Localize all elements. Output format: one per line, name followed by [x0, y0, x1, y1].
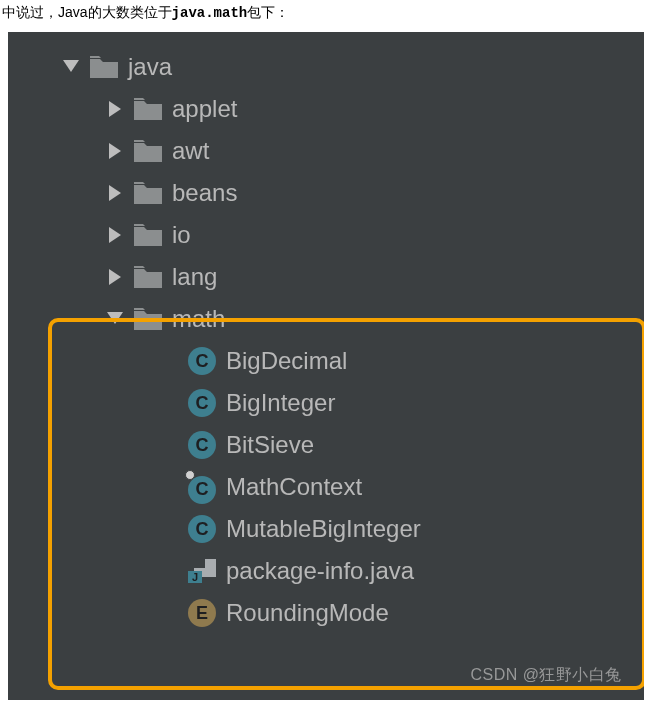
tree-label: MathContext	[226, 473, 362, 501]
folder-icon	[134, 224, 162, 246]
tree-node-mathcontext[interactable]: C MathContext	[8, 466, 644, 508]
folder-icon	[134, 140, 162, 162]
svg-marker-3	[109, 185, 121, 201]
tree-node-lang[interactable]: lang	[8, 256, 644, 298]
svg-marker-6	[107, 312, 123, 324]
tree-label: java	[128, 53, 172, 81]
class-icon: C	[188, 389, 216, 417]
tree-label: RoundingMode	[226, 599, 389, 627]
tree-node-awt[interactable]: awt	[8, 130, 644, 172]
tree-label: math	[172, 305, 225, 333]
expand-arrow-icon[interactable]	[106, 312, 124, 326]
watermark: CSDN @狂野小白兔	[470, 665, 622, 686]
svg-marker-5	[109, 269, 121, 285]
collapse-arrow-icon[interactable]	[106, 269, 124, 285]
tree-label: io	[172, 221, 191, 249]
tree-label: MutableBigInteger	[226, 515, 421, 543]
tree-node-applet[interactable]: applet	[8, 88, 644, 130]
svg-marker-2	[109, 143, 121, 159]
tree-node-bigdecimal[interactable]: C BigDecimal	[8, 340, 644, 382]
class-icon: C	[188, 473, 216, 501]
tree-node-roundingmode[interactable]: E RoundingMode	[8, 592, 644, 634]
tree-node-math[interactable]: math	[8, 298, 644, 340]
expand-arrow-icon[interactable]	[62, 60, 80, 74]
folder-icon	[134, 266, 162, 288]
tree-label: BitSieve	[226, 431, 314, 459]
svg-marker-4	[109, 227, 121, 243]
ide-panel: java applet awt beans	[8, 32, 644, 700]
intro-prefix: 中说过，Java的大数类位于	[2, 4, 172, 20]
tree-node-bitsieve[interactable]: C BitSieve	[8, 424, 644, 466]
tree-label: BigInteger	[226, 389, 335, 417]
final-marker-icon	[185, 470, 195, 480]
tree-label: lang	[172, 263, 217, 291]
svg-marker-0	[63, 60, 79, 72]
folder-icon	[134, 308, 162, 330]
tree-node-io[interactable]: io	[8, 214, 644, 256]
collapse-arrow-icon[interactable]	[106, 185, 124, 201]
collapse-arrow-icon[interactable]	[106, 101, 124, 117]
svg-text:J: J	[192, 571, 198, 583]
folder-icon	[134, 182, 162, 204]
class-icon: C	[188, 347, 216, 375]
tree-node-java[interactable]: java	[8, 46, 644, 88]
tree-node-packageinfo[interactable]: J package-info.java	[8, 550, 644, 592]
tree-node-beans[interactable]: beans	[8, 172, 644, 214]
tree-label: BigDecimal	[226, 347, 347, 375]
folder-icon	[134, 98, 162, 120]
package-tree: java applet awt beans	[8, 32, 644, 634]
class-icon: C	[188, 431, 216, 459]
tree-node-mutablebiginteger[interactable]: C MutableBigInteger	[8, 508, 644, 550]
folder-icon	[90, 56, 118, 78]
tree-label: awt	[172, 137, 209, 165]
java-file-icon: J	[188, 559, 216, 583]
collapse-arrow-icon[interactable]	[106, 143, 124, 159]
tree-label: applet	[172, 95, 237, 123]
tree-node-biginteger[interactable]: C BigInteger	[8, 382, 644, 424]
class-icon: C	[188, 515, 216, 543]
tree-label: package-info.java	[226, 557, 414, 585]
enum-icon: E	[188, 599, 216, 627]
intro-code: java.math	[172, 5, 248, 21]
svg-rect-8	[194, 559, 205, 568]
intro-suffix: 包下：	[247, 4, 289, 20]
svg-marker-1	[109, 101, 121, 117]
tree-label: beans	[172, 179, 237, 207]
intro-text: 中说过，Java的大数类位于java.math包下：	[0, 0, 652, 32]
collapse-arrow-icon[interactable]	[106, 227, 124, 243]
